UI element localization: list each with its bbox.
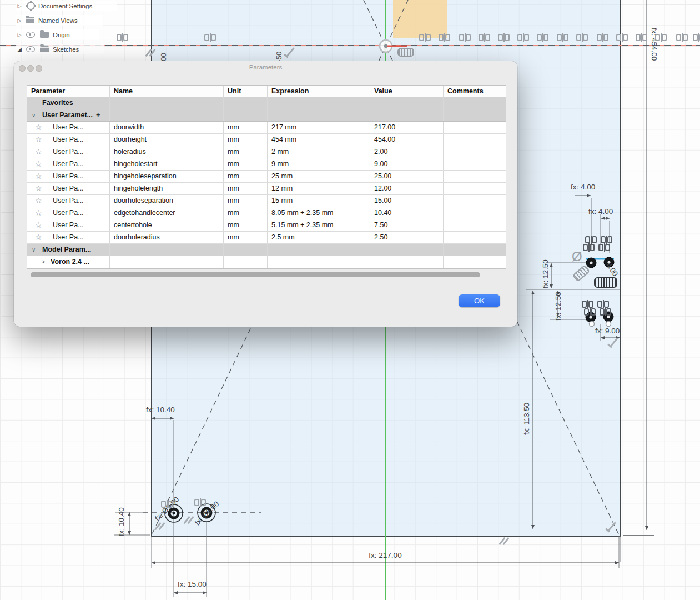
tree-item-named-views[interactable]: ▷ Named Views [16,15,103,26]
param-expression[interactable]: 12 mm [268,183,370,194]
symmetry-icon[interactable] [161,500,173,508]
dim-hinge-sep-b[interactable]: fx: 12.50 [554,292,562,321]
tangent-icon[interactable] [285,47,296,58]
symmetry-icon[interactable] [676,33,688,42]
col-name[interactable]: Name [110,86,224,97]
symmetry-icon[interactable] [194,498,206,507]
star-icon[interactable]: ☆ [35,171,42,182]
symmetry-icon[interactable] [576,33,588,42]
pattern-icon[interactable] [397,48,414,57]
param-expression[interactable]: 8.05 mm + 2.35 mm [268,207,370,219]
param-name[interactable]: hingeholeseparation [110,171,224,182]
table-row[interactable]: ☆User Pa... hingeholestart mm 9 mm 9.00 [27,158,506,171]
param-name[interactable]: edgetohandlecenter [110,207,224,219]
symmetry-icon[interactable] [537,33,548,42]
dim-hinge-start[interactable]: fx: 9.00 [595,327,620,335]
symmetry-icon[interactable] [600,308,611,316]
dim-handle-edge[interactable]: fx: 10.40 [146,406,175,414]
dim-corner-diag[interactable]: fx: 113.50 [522,403,531,435]
symmetry-icon[interactable] [636,33,647,42]
param-comments[interactable] [444,134,506,146]
symmetry-icon[interactable] [693,33,700,42]
tree-item-origin[interactable]: ▷ Origin [16,29,99,40]
symmetry-icon[interactable] [419,33,431,42]
tree-item-document-settings[interactable]: ▷ Document Settings [16,1,117,11]
param-expression[interactable]: 2.5 mm [268,232,370,243]
star-icon[interactable]: ☆ [35,219,42,231]
disclosure-arrow-icon[interactable]: ◢ [16,46,23,52]
disclosure-arrow-icon[interactable]: ▷ [16,18,23,23]
parallel-icon[interactable] [155,521,165,531]
section-model-parameters[interactable]: ∨Model Param... [27,244,506,256]
param-comments[interactable] [444,207,506,219]
dim-hinge-offset-b[interactable]: fx: 4.00 [588,207,613,216]
symmetry-icon[interactable] [598,243,610,252]
param-expression[interactable]: 217 mm [268,122,370,133]
symmetry-icon[interactable] [655,33,667,42]
param-name[interactable]: doorwidth [110,122,224,133]
param-name[interactable]: doorholeseparation [110,195,224,207]
table-row[interactable]: ☆User Pa... holeradius mm 2 mm 2.00 [27,146,506,158]
parallel-icon[interactable] [145,48,155,58]
parallel-icon[interactable] [499,536,509,546]
chevron-down-icon[interactable]: ∨ [32,244,36,256]
star-icon[interactable]: ☆ [35,183,42,194]
param-name[interactable]: doorholeradius [110,232,224,243]
eye-icon[interactable] [26,32,35,38]
param-name[interactable]: holeradius [110,146,224,158]
table-row[interactable]: ☆User Pa... doorholeseparation mm 15 mm … [27,195,506,207]
param-expression[interactable]: 2 mm [268,146,370,158]
horizontal-scrollbar[interactable] [31,272,480,277]
col-parameter[interactable]: Parameter [27,86,110,97]
table-row[interactable]: ☆User Pa... doorwidth mm 217 mm 217.00 [27,122,506,134]
dialog-titlebar[interactable]: Parameters [14,61,517,74]
col-unit[interactable]: Unit [224,86,268,97]
star-icon[interactable]: ☆ [35,195,42,207]
param-expression[interactable]: 15 mm [268,195,370,207]
section-user-parameters[interactable]: ∨User Paramet...+ [27,109,506,122]
ok-button[interactable]: OK [459,294,500,307]
param-comments[interactable] [444,232,506,243]
dim-handle-height[interactable]: fx: 10.40 [117,507,125,536]
param-expression[interactable]: 5.15 mm + 2.35 mm [268,219,370,231]
col-comments[interactable]: Comments [444,86,506,97]
param-name[interactable]: centertohole [110,219,224,231]
param-comments[interactable] [444,183,506,194]
table-row[interactable]: ☆User Pa... doorholeradius mm 2.5 mm 2.5… [27,232,506,244]
disclosure-arrow-icon[interactable]: ▷ [16,3,23,9]
table-row[interactable]: ☆User Pa... doorheight mm 454 mm 454.00 [27,134,506,146]
col-expression[interactable]: Expression [268,86,370,97]
star-icon[interactable]: ☆ [35,158,42,170]
param-expression[interactable]: 9 mm [268,158,370,170]
table-row[interactable]: ☆User Pa... hingeholelength mm 12 mm 12.… [27,183,506,195]
symmetry-icon[interactable] [459,33,471,42]
add-parameter-button[interactable]: + [96,109,100,121]
chevron-down-icon[interactable]: ∨ [32,109,36,121]
symmetry-icon[interactable] [557,33,568,42]
param-name[interactable]: hingeholestart [110,158,224,170]
pattern-icon[interactable] [594,277,617,288]
symmetry-icon[interactable] [582,300,593,308]
table-row[interactable]: ☆User Pa... centertohole mm 5.15 mm + 2.… [27,219,506,232]
symmetry-icon[interactable] [517,33,529,42]
chevron-right-icon[interactable]: > [42,256,45,268]
param-comments[interactable] [444,158,506,170]
section-favorites[interactable]: Favorites [27,97,506,109]
symmetry-icon[interactable] [117,33,128,42]
parallel-icon[interactable] [184,515,194,525]
symmetry-icon[interactable] [597,33,608,42]
param-comments[interactable] [444,195,506,207]
param-comments[interactable] [444,219,506,231]
eye-icon[interactable] [26,46,35,52]
dim-door-height[interactable]: fx: 454.00 [650,28,658,61]
tangent-icon[interactable] [608,337,620,348]
table-row[interactable]: ☆User Pa... hingeholeseparation mm 25 mm… [27,171,506,183]
symmetry-icon[interactable] [585,236,597,244]
col-value[interactable]: Value [370,86,444,97]
symmetry-icon[interactable] [204,33,216,42]
param-expression[interactable]: 454 mm [268,134,370,146]
dim-hinge-offset-a[interactable]: fx: 4.00 [571,183,595,191]
symmetry-icon[interactable] [616,33,628,42]
symmetry-icon[interactable] [584,308,596,316]
dim-handle-sep[interactable]: fx: 15.00 [178,580,207,588]
